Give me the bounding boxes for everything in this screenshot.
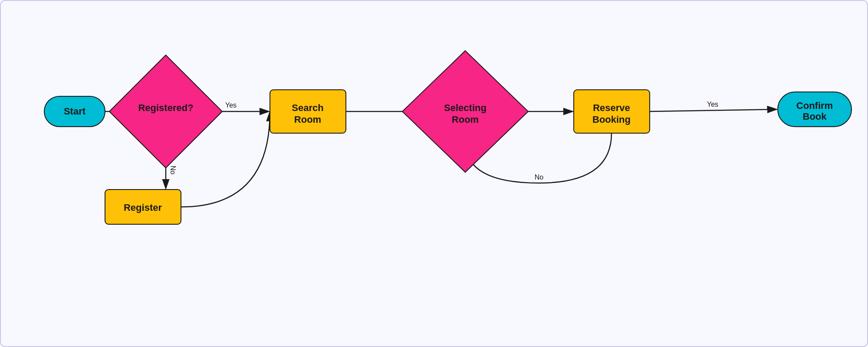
label-register: Register <box>124 202 162 213</box>
flowchart-svg: Yes No Yes No Start Registered? Search R… <box>1 1 868 347</box>
label-no-1: No <box>169 166 177 175</box>
arrow-reservebooking-confirmbook <box>650 109 777 111</box>
flowchart-canvas: Yes No Yes No Start Registered? Search R… <box>0 0 868 347</box>
label-selecting-room-2: Room <box>452 114 479 125</box>
label-yes-2: Yes <box>707 101 718 108</box>
label-reserve-booking-2: Booking <box>592 114 631 125</box>
label-confirm-book-2: Book <box>803 111 827 122</box>
label-search-room-1: Search <box>292 102 323 113</box>
label-start: Start <box>64 106 86 117</box>
label-no-2: No <box>535 174 544 181</box>
label-reserve-booking-1: Reserve <box>593 102 630 113</box>
label-yes-1: Yes <box>225 101 237 109</box>
label-selecting-room-1: Selecting <box>444 102 487 113</box>
label-search-room-2: Room <box>294 114 321 125</box>
label-registered: Registered? <box>138 102 193 113</box>
label-confirm-book-1: Confirm <box>796 100 833 111</box>
